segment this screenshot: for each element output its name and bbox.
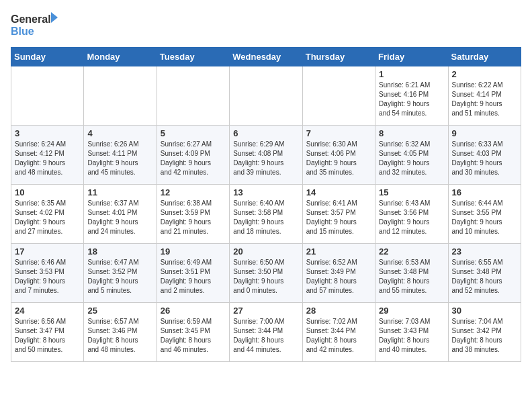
day-number: 21 — [306, 246, 371, 257]
weekday-header: Tuesday — [157, 48, 229, 66]
day-info: Sunrise: 6:24 AM Sunset: 4:12 PM Dayligh… — [15, 140, 80, 177]
calendar-cell: 27Sunrise: 7:00 AM Sunset: 3:44 PM Dayli… — [230, 303, 302, 362]
calendar-cell: 16Sunrise: 6:44 AM Sunset: 3:55 PM Dayli… — [448, 185, 521, 244]
day-info: Sunrise: 6:27 AM Sunset: 4:09 PM Dayligh… — [161, 140, 226, 177]
day-info: Sunrise: 7:00 AM Sunset: 3:44 PM Dayligh… — [233, 317, 298, 355]
day-number: 9 — [452, 128, 517, 138]
calendar-cell: 15Sunrise: 6:43 AM Sunset: 3:56 PM Dayli… — [375, 185, 448, 244]
calendar-week-row: 3Sunrise: 6:24 AM Sunset: 4:12 PM Daylig… — [11, 126, 521, 185]
day-info: Sunrise: 6:52 AM Sunset: 3:49 PM Dayligh… — [306, 258, 371, 295]
svg-text:General: General — [11, 13, 51, 25]
calendar-cell — [230, 66, 302, 126]
day-info: Sunrise: 6:44 AM Sunset: 3:55 PM Dayligh… — [452, 199, 517, 236]
day-number: 4 — [87, 128, 152, 138]
day-number: 30 — [452, 306, 517, 316]
day-info: Sunrise: 6:55 AM Sunset: 3:48 PM Dayligh… — [452, 258, 517, 295]
calendar-cell: 18Sunrise: 6:47 AM Sunset: 3:52 PM Dayli… — [84, 244, 157, 303]
day-info: Sunrise: 6:29 AM Sunset: 4:08 PM Dayligh… — [233, 140, 298, 177]
day-number: 24 — [15, 306, 80, 316]
calendar-week-row: 24Sunrise: 6:56 AM Sunset: 3:47 PM Dayli… — [11, 303, 521, 362]
calendar-cell: 23Sunrise: 6:55 AM Sunset: 3:48 PM Dayli… — [448, 244, 521, 303]
calendar-cell: 30Sunrise: 7:04 AM Sunset: 3:42 PM Dayli… — [448, 303, 521, 362]
day-number: 17 — [15, 246, 80, 257]
day-number: 14 — [306, 187, 371, 197]
page-header: GeneralBlue — [11, 11, 521, 39]
day-number: 25 — [87, 306, 152, 316]
day-number: 20 — [233, 246, 298, 257]
day-number: 10 — [15, 187, 80, 197]
calendar-cell: 8Sunrise: 6:32 AM Sunset: 4:05 PM Daylig… — [375, 126, 448, 185]
calendar-cell: 12Sunrise: 6:38 AM Sunset: 3:59 PM Dayli… — [157, 185, 229, 244]
calendar-cell: 20Sunrise: 6:50 AM Sunset: 3:50 PM Dayli… — [230, 244, 302, 303]
calendar-cell: 6Sunrise: 6:29 AM Sunset: 4:08 PM Daylig… — [230, 126, 302, 185]
day-info: Sunrise: 6:46 AM Sunset: 3:53 PM Dayligh… — [15, 258, 80, 295]
day-info: Sunrise: 6:33 AM Sunset: 4:03 PM Dayligh… — [452, 140, 517, 177]
day-info: Sunrise: 6:37 AM Sunset: 4:01 PM Dayligh… — [87, 199, 152, 236]
calendar-cell: 11Sunrise: 6:37 AM Sunset: 4:01 PM Dayli… — [84, 185, 157, 244]
calendar-cell: 9Sunrise: 6:33 AM Sunset: 4:03 PM Daylig… — [448, 126, 521, 185]
day-number: 28 — [306, 306, 371, 316]
logo-svg: GeneralBlue — [11, 11, 58, 39]
calendar-cell: 28Sunrise: 7:02 AM Sunset: 3:44 PM Dayli… — [302, 303, 375, 362]
calendar-week-row: 10Sunrise: 6:35 AM Sunset: 4:02 PM Dayli… — [11, 185, 521, 244]
day-number: 1 — [379, 69, 444, 79]
weekday-header: Saturday — [448, 48, 521, 66]
day-number: 12 — [161, 187, 226, 197]
weekday-header: Sunday — [11, 48, 84, 66]
day-number: 5 — [161, 128, 226, 138]
calendar-cell: 4Sunrise: 6:26 AM Sunset: 4:11 PM Daylig… — [84, 126, 157, 185]
weekday-header-row: SundayMondayTuesdayWednesdayThursdayFrid… — [11, 48, 521, 66]
calendar-cell — [302, 66, 375, 126]
day-info: Sunrise: 6:53 AM Sunset: 3:48 PM Dayligh… — [379, 258, 444, 295]
svg-text:Blue: Blue — [11, 26, 34, 37]
day-info: Sunrise: 6:57 AM Sunset: 3:46 PM Dayligh… — [87, 317, 152, 355]
calendar-cell: 29Sunrise: 7:03 AM Sunset: 3:43 PM Dayli… — [375, 303, 448, 362]
day-info: Sunrise: 7:04 AM Sunset: 3:42 PM Dayligh… — [452, 317, 517, 355]
calendar-cell: 24Sunrise: 6:56 AM Sunset: 3:47 PM Dayli… — [11, 303, 84, 362]
day-number: 26 — [161, 306, 226, 316]
calendar-week-row: 1Sunrise: 6:21 AM Sunset: 4:16 PM Daylig… — [11, 66, 521, 126]
day-info: Sunrise: 6:26 AM Sunset: 4:11 PM Dayligh… — [87, 140, 152, 177]
day-info: Sunrise: 6:30 AM Sunset: 4:06 PM Dayligh… — [306, 140, 371, 177]
day-number: 3 — [15, 128, 80, 138]
day-info: Sunrise: 6:47 AM Sunset: 3:52 PM Dayligh… — [87, 258, 152, 295]
day-number: 19 — [161, 246, 226, 257]
day-number: 18 — [87, 246, 152, 257]
day-number: 13 — [233, 187, 298, 197]
day-info: Sunrise: 6:59 AM Sunset: 3:45 PM Dayligh… — [161, 317, 226, 355]
day-info: Sunrise: 6:41 AM Sunset: 3:57 PM Dayligh… — [306, 199, 371, 236]
day-info: Sunrise: 6:50 AM Sunset: 3:50 PM Dayligh… — [233, 258, 298, 295]
weekday-header: Thursday — [302, 48, 375, 66]
day-number: 16 — [452, 187, 517, 197]
weekday-header: Friday — [375, 48, 448, 66]
calendar-week-row: 17Sunrise: 6:46 AM Sunset: 3:53 PM Dayli… — [11, 244, 521, 303]
day-info: Sunrise: 7:02 AM Sunset: 3:44 PM Dayligh… — [306, 317, 371, 355]
calendar-cell: 1Sunrise: 6:21 AM Sunset: 4:16 PM Daylig… — [375, 66, 448, 126]
weekday-header: Monday — [84, 48, 157, 66]
day-info: Sunrise: 6:43 AM Sunset: 3:56 PM Dayligh… — [379, 199, 444, 236]
day-number: 23 — [452, 246, 517, 257]
calendar-table: SundayMondayTuesdayWednesdayThursdayFrid… — [11, 47, 521, 362]
calendar-cell: 17Sunrise: 6:46 AM Sunset: 3:53 PM Dayli… — [11, 244, 84, 303]
day-number: 29 — [379, 306, 444, 316]
calendar-cell — [157, 66, 229, 126]
day-number: 2 — [452, 69, 517, 79]
day-info: Sunrise: 6:38 AM Sunset: 3:59 PM Dayligh… — [161, 199, 226, 236]
day-info: Sunrise: 7:03 AM Sunset: 3:43 PM Dayligh… — [379, 317, 444, 355]
calendar-cell — [84, 66, 157, 126]
day-number: 8 — [379, 128, 444, 138]
calendar-cell: 21Sunrise: 6:52 AM Sunset: 3:49 PM Dayli… — [302, 244, 375, 303]
day-number: 7 — [306, 128, 371, 138]
day-info: Sunrise: 6:56 AM Sunset: 3:47 PM Dayligh… — [15, 317, 80, 355]
day-info: Sunrise: 6:32 AM Sunset: 4:05 PM Dayligh… — [379, 140, 444, 177]
day-number: 6 — [233, 128, 298, 138]
calendar-cell: 3Sunrise: 6:24 AM Sunset: 4:12 PM Daylig… — [11, 126, 84, 185]
day-info: Sunrise: 6:40 AM Sunset: 3:58 PM Dayligh… — [233, 199, 298, 236]
logo: GeneralBlue — [11, 11, 58, 39]
day-info: Sunrise: 6:22 AM Sunset: 4:14 PM Dayligh… — [452, 81, 517, 118]
calendar-cell — [11, 66, 84, 126]
calendar-cell: 2Sunrise: 6:22 AM Sunset: 4:14 PM Daylig… — [448, 66, 521, 126]
weekday-header: Wednesday — [230, 48, 302, 66]
calendar-cell: 14Sunrise: 6:41 AM Sunset: 3:57 PM Dayli… — [302, 185, 375, 244]
svg-marker-1 — [51, 12, 58, 23]
